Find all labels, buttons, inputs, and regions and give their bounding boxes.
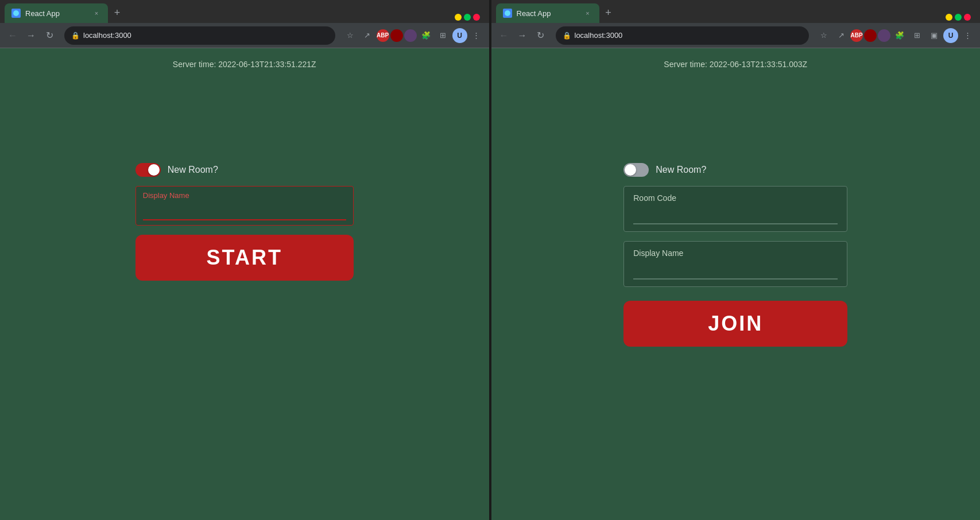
left-refresh-btn[interactable]: ↻ bbox=[41, 28, 57, 44]
right-tab-title: React App bbox=[517, 9, 579, 18]
left-back-btn[interactable]: ← bbox=[5, 28, 21, 44]
left-server-time: Server time: 2022-06-13T21:33:51.221Z bbox=[173, 60, 316, 69]
left-tab-title: React App bbox=[25, 9, 87, 18]
right-bookmark-btn[interactable]: ☆ bbox=[816, 28, 832, 44]
left-tab-close-btn[interactable]: × bbox=[92, 9, 101, 18]
left-lock-icon: 🔒 bbox=[71, 32, 80, 40]
right-server-time: Server time: 2022-06-13T21:33:51.003Z bbox=[664, 60, 807, 69]
left-bookmark-btn[interactable]: ☆ bbox=[342, 28, 358, 44]
right-room-code-input[interactable] bbox=[633, 206, 838, 224]
right-room-code-container: Room Code bbox=[623, 186, 847, 232]
right-join-button[interactable]: JOIN bbox=[623, 301, 847, 347]
right-refresh-btn[interactable]: ↻ bbox=[533, 28, 549, 44]
left-display-name-container: Display Name bbox=[135, 186, 354, 226]
right-back-btn[interactable]: ← bbox=[496, 28, 512, 44]
left-puzzlepiece-btn[interactable]: 🧩 bbox=[418, 28, 434, 44]
svg-point-1 bbox=[505, 10, 510, 16]
right-refresh-icon: ↻ bbox=[537, 30, 544, 41]
left-back-icon: ← bbox=[8, 30, 17, 41]
left-toggle-row: New Room? bbox=[135, 163, 218, 177]
right-win-minimize[interactable] bbox=[946, 14, 952, 21]
right-avatar[interactable]: U bbox=[943, 28, 958, 43]
right-forward-btn[interactable]: → bbox=[514, 28, 530, 44]
right-back-icon: ← bbox=[499, 30, 509, 41]
left-form-area: New Room? Display Name START bbox=[135, 163, 354, 281]
left-ext2-icon[interactable] bbox=[404, 29, 417, 42]
right-ext2-icon[interactable] bbox=[878, 29, 890, 42]
right-win-maximize[interactable] bbox=[955, 14, 962, 21]
left-forward-icon: → bbox=[26, 30, 36, 41]
left-new-room-label: New Room? bbox=[168, 165, 218, 175]
right-sidebar-btn[interactable]: ▣ bbox=[926, 28, 942, 44]
left-forward-btn[interactable]: → bbox=[23, 28, 39, 44]
right-tab-close-btn[interactable]: × bbox=[583, 9, 592, 18]
left-abp-icon[interactable]: ABP bbox=[377, 29, 389, 42]
right-display-name-container: Display Name bbox=[623, 241, 847, 287]
right-tab-active[interactable]: React App × bbox=[496, 3, 599, 23]
left-url-display: localhost:3000 bbox=[83, 31, 328, 40]
left-display-name-label: Display Name bbox=[143, 191, 346, 200]
left-share-btn[interactable]: ↗ bbox=[359, 28, 375, 44]
right-new-room-toggle[interactable] bbox=[623, 163, 649, 177]
left-ext1-icon[interactable] bbox=[390, 29, 403, 42]
left-win-minimize[interactable] bbox=[455, 14, 462, 21]
left-app-content: Server time: 2022-06-13T21:33:51.221Z Ne… bbox=[0, 48, 489, 520]
left-media-btn[interactable]: ⊞ bbox=[435, 28, 451, 44]
right-lock-icon: 🔒 bbox=[563, 32, 571, 40]
right-menu-btn[interactable]: ⋮ bbox=[959, 28, 975, 44]
left-start-button[interactable]: START bbox=[135, 235, 354, 281]
left-avatar[interactable]: U bbox=[452, 28, 467, 43]
right-share-btn[interactable]: ↗ bbox=[833, 28, 849, 44]
right-toggle-row: New Room? bbox=[623, 163, 706, 177]
right-form-area: New Room? Room Code Display Name JOIN bbox=[623, 163, 847, 347]
right-new-room-label: New Room? bbox=[656, 165, 706, 175]
right-abp-icon[interactable]: ABP bbox=[850, 29, 863, 42]
right-room-code-label: Room Code bbox=[633, 193, 838, 203]
right-url-display: localhost:3000 bbox=[575, 31, 803, 40]
right-forward-icon: → bbox=[518, 30, 527, 41]
right-puzzlepiece-btn[interactable]: 🧩 bbox=[892, 28, 908, 44]
left-new-tab-btn[interactable]: + bbox=[109, 5, 125, 21]
right-address-bar[interactable]: 🔒 localhost:3000 bbox=[556, 26, 809, 45]
right-display-name-label: Display Name bbox=[633, 249, 838, 258]
left-tab-active[interactable]: React App × bbox=[5, 3, 108, 23]
right-new-tab-btn[interactable]: + bbox=[601, 5, 617, 21]
right-media-btn[interactable]: ⊞ bbox=[909, 28, 925, 44]
right-app-content: Server time: 2022-06-13T21:33:51.003Z Ne… bbox=[491, 48, 981, 520]
right-tab-favicon bbox=[503, 9, 512, 18]
right-display-name-input[interactable] bbox=[633, 261, 838, 280]
left-new-room-toggle[interactable] bbox=[135, 163, 161, 177]
left-address-bar[interactable]: 🔒 localhost:3000 bbox=[64, 26, 335, 45]
left-menu-btn[interactable]: ⋮ bbox=[468, 28, 485, 44]
left-win-close[interactable] bbox=[473, 14, 480, 21]
svg-point-0 bbox=[13, 10, 19, 16]
left-win-maximize[interactable] bbox=[464, 14, 471, 21]
left-display-name-input[interactable] bbox=[143, 204, 346, 220]
left-tab-favicon bbox=[11, 9, 21, 18]
left-refresh-icon: ↻ bbox=[46, 30, 53, 41]
right-ext1-icon[interactable] bbox=[864, 29, 877, 42]
right-win-close[interactable] bbox=[964, 14, 971, 21]
